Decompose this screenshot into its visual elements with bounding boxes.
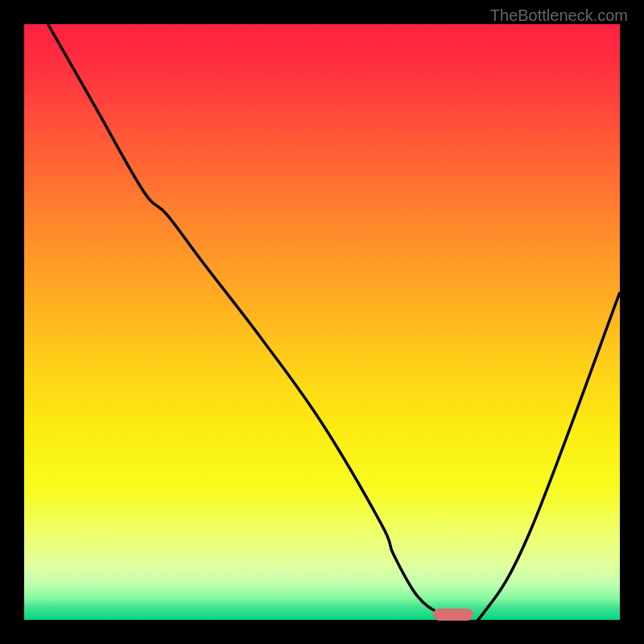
chart-plot-area [24, 24, 620, 620]
bottleneck-curve [24, 24, 620, 620]
optimal-marker [433, 609, 473, 621]
watermark-text: TheBottleneck.com [490, 6, 628, 25]
